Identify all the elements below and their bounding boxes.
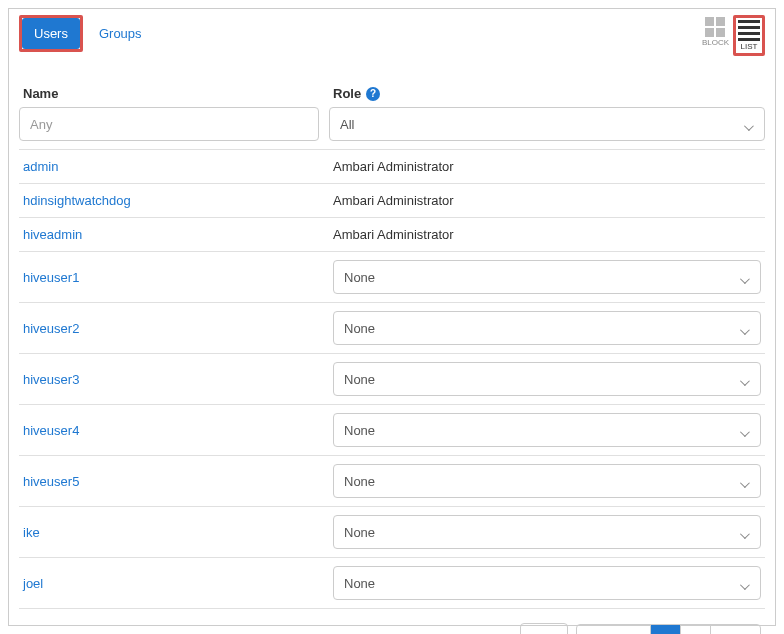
chevron-down-icon [740, 323, 750, 333]
role-select-value: None [344, 423, 375, 438]
columns-header: Name Role ? [19, 86, 765, 101]
page-size-value: 10 [529, 631, 543, 635]
grid-icon [705, 17, 725, 37]
list-icon [738, 20, 760, 41]
role-filter-value: All [340, 117, 354, 132]
role-select-value: None [344, 372, 375, 387]
chevron-down-icon [744, 119, 754, 129]
pager: Previous 1 2 Next [576, 624, 761, 635]
page-size-select[interactable]: 10 [520, 623, 568, 634]
user-link[interactable]: hiveadmin [23, 227, 323, 242]
column-name-label: Name [23, 86, 58, 101]
tabs-highlight-box: Users [19, 15, 83, 52]
role-select-value: None [344, 474, 375, 489]
user-link[interactable]: hiveuser2 [23, 321, 323, 336]
role-select[interactable]: None [333, 413, 761, 447]
name-filter-input[interactable] [19, 107, 319, 141]
role-select[interactable]: None [333, 362, 761, 396]
view-block-button[interactable]: BLOCK [700, 15, 731, 49]
table-row: hiveuser1None [19, 252, 765, 303]
table-row: hiveadminAmbari Administrator [19, 218, 765, 252]
role-text: Ambari Administrator [333, 193, 761, 208]
filters-row: All [19, 107, 765, 141]
users-table: adminAmbari Administratorhdinsightwatchd… [19, 149, 765, 609]
chevron-down-icon [740, 272, 750, 282]
role-select[interactable]: None [333, 311, 761, 345]
role-filter-select[interactable]: All [329, 107, 765, 141]
user-link[interactable]: hiveuser5 [23, 474, 323, 489]
footer: 10 of 11 users showing - clear filters 1… [19, 623, 765, 634]
table-row: ikeNone [19, 507, 765, 558]
view-list-button[interactable]: LIST [733, 15, 765, 56]
view-toggle: BLOCK LIST [700, 15, 765, 56]
user-link[interactable]: hiveuser1 [23, 270, 323, 285]
chevron-down-icon [740, 578, 750, 588]
chevron-down-icon [740, 527, 750, 537]
pager-page-2[interactable]: 2 [681, 625, 711, 635]
clear-filters-link[interactable]: clear filters [168, 631, 231, 635]
status-text: 10 of 11 users showing - [23, 631, 168, 635]
role-select-value: None [344, 270, 375, 285]
tab-groups[interactable]: Groups [87, 18, 154, 49]
role-text: Ambari Administrator [333, 159, 761, 174]
table-row: hdinsightwatchdogAmbari Administrator [19, 184, 765, 218]
pager-page-1[interactable]: 1 [651, 625, 681, 635]
footer-status: 10 of 11 users showing - clear filters [23, 631, 231, 635]
user-link[interactable]: joel [23, 576, 323, 591]
role-select[interactable]: None [333, 260, 761, 294]
user-link[interactable]: hdinsightwatchdog [23, 193, 323, 208]
users-admin-panel: Users Groups BLOCK LIST Name Role ? All [8, 8, 776, 626]
table-row: hiveuser2None [19, 303, 765, 354]
topbar: Users Groups BLOCK LIST [19, 15, 765, 56]
role-select-value: None [344, 525, 375, 540]
user-link[interactable]: ike [23, 525, 323, 540]
view-block-label: BLOCK [702, 38, 729, 47]
help-icon[interactable]: ? [366, 87, 380, 101]
role-select[interactable]: None [333, 566, 761, 600]
table-row: joelNone [19, 558, 765, 609]
user-link[interactable]: hiveuser3 [23, 372, 323, 387]
role-select[interactable]: None [333, 464, 761, 498]
view-list-label: LIST [741, 42, 758, 51]
pager-next[interactable]: Next [711, 625, 760, 635]
pager-previous[interactable]: Previous [577, 625, 651, 635]
tab-users[interactable]: Users [22, 18, 80, 49]
role-select[interactable]: None [333, 515, 761, 549]
role-text: Ambari Administrator [333, 227, 761, 242]
table-row: hiveuser4None [19, 405, 765, 456]
chevron-down-icon [740, 476, 750, 486]
user-link[interactable]: admin [23, 159, 323, 174]
table-row: adminAmbari Administrator [19, 150, 765, 184]
table-row: hiveuser5None [19, 456, 765, 507]
chevron-down-icon [740, 425, 750, 435]
role-select-value: None [344, 321, 375, 336]
chevron-down-icon [740, 374, 750, 384]
table-row: hiveuser3None [19, 354, 765, 405]
role-select-value: None [344, 576, 375, 591]
user-link[interactable]: hiveuser4 [23, 423, 323, 438]
column-role-label: Role [333, 86, 361, 101]
